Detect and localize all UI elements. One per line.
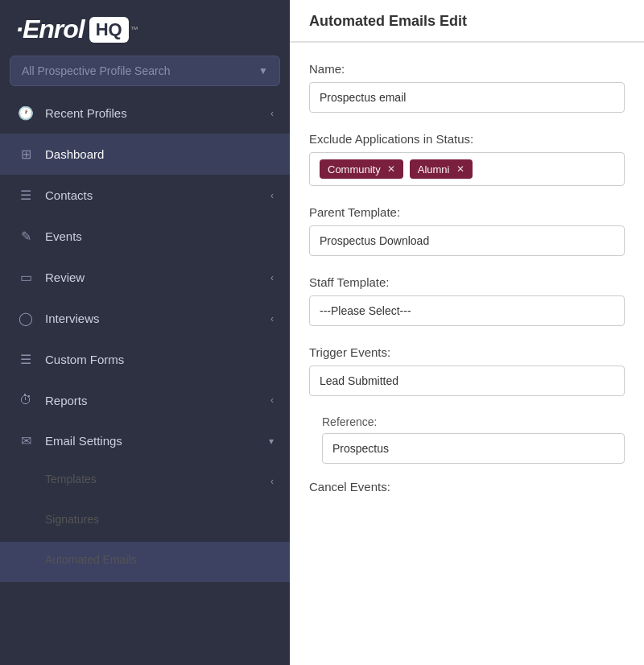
contacts-icon: ☰: [16, 188, 35, 203]
chevron-down-email-settings-icon: ▾: [269, 436, 274, 447]
tag-alumni[interactable]: Alumni ✕: [410, 159, 473, 179]
search-input[interactable]: [22, 64, 258, 77]
chevron-right-review-icon: ‹: [270, 272, 274, 283]
staff-template-input[interactable]: [309, 295, 625, 326]
logo: ·Enrol HQ™: [16, 14, 138, 44]
sidebar-label-email-settings: Email Settings: [45, 434, 269, 448]
sidebar-sublabel-templates: Templates: [45, 473, 270, 485]
name-group: Name:: [309, 62, 625, 113]
email-settings-icon: ✉: [16, 433, 35, 448]
sidebar-label-interviews: Interviews: [45, 312, 270, 325]
page-title: Automated Emails Edit: [309, 13, 625, 30]
sidebar-label-dashboard: Dashboard: [45, 147, 274, 161]
sidebar-item-interviews[interactable]: ◯ Interviews ‹: [0, 298, 290, 339]
tag-community-close-icon[interactable]: ✕: [387, 163, 395, 175]
chevron-right-contacts-icon: ‹: [270, 190, 274, 201]
reference-label: Reference:: [322, 415, 625, 428]
sidebar-item-custom-forms[interactable]: ☰ Custom Forms: [0, 339, 290, 380]
sidebar-item-email-settings[interactable]: ✉ Email Settings ▾: [0, 420, 290, 461]
chevron-right-icon: ‹: [270, 108, 274, 119]
main-content: Automated Emails Edit Name: Exclude Appl…: [290, 0, 644, 665]
trigger-events-label: Trigger Events:: [309, 345, 625, 359]
parent-template-input[interactable]: [309, 225, 625, 256]
sidebar-item-events[interactable]: ✎ Events: [0, 216, 290, 257]
chevron-right-reports-icon: ‹: [270, 394, 274, 406]
clock-icon: 🕐: [16, 105, 35, 121]
sidebar-sublabel-automated-emails: Automated Emails: [45, 553, 274, 566]
sidebar-item-recent-profiles[interactable]: 🕐 Recent Profiles ‹: [0, 93, 290, 134]
staff-template-label: Staff Template:: [309, 275, 625, 289]
sidebar-label-custom-forms: Custom Forms: [45, 353, 274, 366]
exclude-label: Exclude Applications in Status:: [309, 132, 625, 146]
sidebar-subitem-templates[interactable]: Templates ‹: [0, 461, 290, 502]
logo-tm: ™: [130, 25, 138, 34]
logo-enrol-text: ·Enrol: [16, 14, 85, 44]
sidebar-label-reports: Reports: [45, 394, 270, 407]
reports-icon: ⏱: [16, 393, 35, 407]
sidebar: ·Enrol HQ™ ▼ 🕐 Recent Profiles ‹ ⊞ Dashb…: [0, 0, 290, 665]
sidebar-item-dashboard[interactable]: ⊞ Dashboard: [0, 134, 290, 175]
exclude-status-group: Exclude Applications in Status: Communit…: [309, 132, 625, 186]
reference-input[interactable]: [322, 433, 625, 464]
sidebar-subitem-automated-emails[interactable]: Automated Emails: [0, 542, 290, 582]
tags-container: Community ✕ Alumni ✕: [309, 152, 625, 186]
sidebar-label-events: Events: [45, 229, 274, 243]
trigger-events-group: Trigger Events:: [309, 345, 625, 396]
parent-template-label: Parent Template:: [309, 205, 625, 219]
logo-area: ·Enrol HQ™: [0, 0, 290, 56]
chevron-right-templates-icon: ‹: [270, 476, 274, 487]
name-input[interactable]: [309, 82, 625, 113]
chevron-down-icon: ▼: [258, 65, 268, 76]
staff-template-group: Staff Template:: [309, 275, 625, 326]
tag-community-label: Community: [328, 163, 381, 176]
search-bar[interactable]: ▼: [10, 56, 280, 86]
interviews-icon: ◯: [16, 311, 35, 326]
sidebar-item-reports[interactable]: ⏱ Reports ‹: [0, 380, 290, 420]
sidebar-subitem-signatures[interactable]: Signatures: [0, 502, 290, 542]
sidebar-sublabel-signatures: Signatures: [45, 513, 274, 526]
reference-group: Reference:: [322, 415, 625, 464]
sidebar-label-review: Review: [45, 271, 270, 284]
parent-template-group: Parent Template:: [309, 205, 625, 256]
logo-hq-text: HQ: [89, 17, 129, 43]
main-header: Automated Emails Edit: [290, 0, 644, 43]
cancel-events-group: Cancel Events:: [309, 480, 625, 494]
sidebar-item-contacts[interactable]: ☰ Contacts ‹: [0, 175, 290, 216]
form-section: Name: Exclude Applications in Status: Co…: [290, 43, 644, 532]
sidebar-label-contacts: Contacts: [45, 188, 270, 202]
tag-alumni-label: Alumni: [418, 163, 450, 176]
name-label: Name:: [309, 62, 625, 76]
cancel-events-label: Cancel Events:: [309, 480, 625, 494]
events-icon: ✎: [16, 229, 35, 244]
tag-community[interactable]: Community ✕: [320, 159, 403, 179]
custom-forms-icon: ☰: [16, 352, 35, 367]
dashboard-icon: ⊞: [16, 147, 35, 162]
trigger-events-input[interactable]: [309, 366, 625, 396]
tag-alumni-close-icon[interactable]: ✕: [456, 163, 464, 175]
review-icon: ▭: [16, 270, 35, 285]
sidebar-label-recent-profiles: Recent Profiles: [45, 106, 270, 120]
sidebar-item-review[interactable]: ▭ Review ‹: [0, 257, 290, 298]
chevron-right-interviews-icon: ‹: [270, 313, 274, 324]
